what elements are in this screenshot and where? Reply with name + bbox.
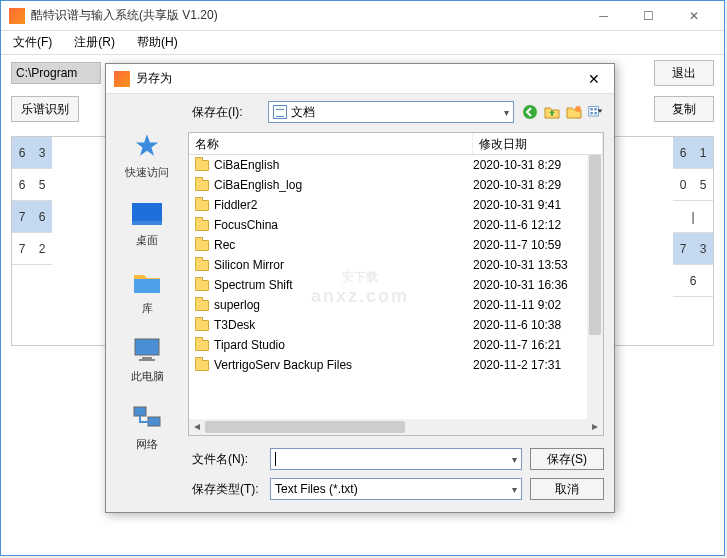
chevron-down-icon: ▾	[504, 107, 509, 118]
sidebar-desktop[interactable]: 桌面	[131, 198, 163, 248]
new-folder-icon[interactable]	[566, 104, 582, 120]
file-list[interactable]: 名称 修改日期 CiBaEnglish2020-10-31 8:29CiBaEn…	[188, 132, 604, 436]
folder-icon	[195, 340, 209, 351]
libraries-icon	[131, 266, 163, 298]
folder-icon	[195, 240, 209, 251]
file-name: Rec	[214, 238, 473, 252]
filetype-label: 保存类型(T):	[188, 481, 262, 498]
back-icon[interactable]	[522, 104, 538, 120]
desktop-icon	[131, 198, 163, 230]
horizontal-scrollbar[interactable]: ◂ ▸	[189, 419, 603, 435]
vertical-scrollbar[interactable]	[587, 155, 603, 419]
lookin-label: 保存在(I):	[188, 104, 260, 121]
file-date: 2020-11-6 10:38	[473, 318, 597, 332]
file-row[interactable]: CiBaEnglish2020-10-31 8:29	[189, 155, 603, 175]
folder-icon	[195, 160, 209, 171]
file-name: VertrigoServ Backup Files	[214, 358, 473, 372]
file-row[interactable]: Silicon Mirror2020-10-31 13:53	[189, 255, 603, 275]
svg-point-8	[575, 106, 581, 112]
file-date: 2020-10-31 13:53	[473, 258, 597, 272]
sidebar-quick-access[interactable]: 快速访问	[125, 130, 169, 180]
file-date: 2020-11-11 9:02	[473, 298, 597, 312]
file-name: Tipard Studio	[214, 338, 473, 352]
svg-rect-9	[589, 106, 599, 116]
svg-rect-4	[139, 359, 155, 361]
documents-icon	[273, 105, 287, 119]
main-titlebar: 酷特识谱与输入系统(共享版 V1.20) ─ ☐ ✕	[1, 1, 724, 31]
file-date: 2020-11-7 10:59	[473, 238, 597, 252]
file-row[interactable]: Tipard Studio2020-11-7 16:21	[189, 335, 603, 355]
svg-point-7	[523, 105, 537, 119]
file-name: CiBaEnglish	[214, 158, 473, 172]
dialog-close-button[interactable]: ✕	[582, 71, 606, 87]
save-button[interactable]: 保存(S)	[530, 448, 604, 470]
maximize-button[interactable]: ☐	[626, 1, 671, 31]
view-menu-icon[interactable]	[588, 104, 604, 120]
svg-rect-2	[135, 339, 159, 355]
svg-rect-1	[132, 221, 162, 225]
exit-button[interactable]: 退出	[654, 60, 714, 86]
file-row[interactable]: Rec2020-11-7 10:59	[189, 235, 603, 255]
column-date[interactable]: 修改日期	[473, 133, 603, 154]
folder-icon	[195, 320, 209, 331]
app-icon	[9, 8, 25, 24]
filename-label: 文件名(N):	[188, 451, 262, 468]
chevron-down-icon: ▾	[512, 454, 517, 465]
svg-rect-5	[134, 407, 146, 416]
svg-rect-10	[590, 108, 592, 110]
filetype-combo[interactable]: Text Files (*.txt)▾	[270, 478, 522, 500]
path-input[interactable]	[11, 62, 101, 84]
file-row[interactable]: VertrigoServ Backup Files2020-11-2 17:31	[189, 355, 603, 375]
minimize-button[interactable]: ─	[581, 1, 626, 31]
file-date: 2020-10-31 9:41	[473, 198, 597, 212]
menu-help[interactable]: 帮助(H)	[131, 32, 184, 53]
scroll-right-icon[interactable]: ▸	[587, 419, 603, 435]
file-date: 2020-11-2 17:31	[473, 358, 597, 372]
file-row[interactable]: Spectrum Shift2020-10-31 16:36	[189, 275, 603, 295]
star-icon	[131, 130, 163, 162]
file-row[interactable]: superlog2020-11-11 9:02	[189, 295, 603, 315]
file-name: T3Desk	[214, 318, 473, 332]
folder-icon	[195, 200, 209, 211]
dialog-app-icon	[114, 71, 130, 87]
svg-rect-12	[590, 112, 592, 114]
sidebar-network[interactable]: 网络	[131, 402, 163, 452]
filename-input[interactable]: ▾	[270, 448, 522, 470]
file-date: 2020-11-6 12:12	[473, 218, 597, 232]
folder-icon	[195, 220, 209, 231]
network-icon	[131, 402, 163, 434]
folder-icon	[195, 280, 209, 291]
dialog-titlebar: 另存为 ✕	[106, 64, 614, 94]
sidebar-libraries[interactable]: 库	[131, 266, 163, 316]
folder-icon	[195, 180, 209, 191]
cancel-button[interactable]: 取消	[530, 478, 604, 500]
up-folder-icon[interactable]	[544, 104, 560, 120]
file-row[interactable]: T3Desk2020-11-6 10:38	[189, 315, 603, 335]
close-button[interactable]: ✕	[671, 1, 716, 31]
file-name: superlog	[214, 298, 473, 312]
file-date: 2020-10-31 16:36	[473, 278, 597, 292]
folder-icon	[195, 300, 209, 311]
file-date: 2020-11-7 16:21	[473, 338, 597, 352]
lookin-value: 文档	[291, 104, 315, 121]
chevron-down-icon: ▾	[512, 484, 517, 495]
score-recognize-button[interactable]: 乐谱识别	[11, 96, 79, 122]
save-as-dialog: 另存为 ✕ 快速访问 桌面 库 此电脑 网络	[105, 63, 615, 513]
scroll-left-icon[interactable]: ◂	[189, 419, 205, 435]
copy-button[interactable]: 复制	[654, 96, 714, 122]
lookin-combo[interactable]: 文档 ▾	[268, 101, 514, 123]
file-name: CiBaEnglish_log	[214, 178, 473, 192]
file-date: 2020-10-31 8:29	[473, 158, 597, 172]
menu-register[interactable]: 注册(R)	[68, 32, 121, 53]
column-name[interactable]: 名称	[189, 133, 473, 154]
computer-icon	[131, 334, 163, 366]
file-row[interactable]: Fiddler22020-10-31 9:41	[189, 195, 603, 215]
sidebar-this-pc[interactable]: 此电脑	[131, 334, 164, 384]
svg-rect-13	[594, 112, 596, 114]
dialog-title: 另存为	[136, 70, 582, 87]
file-row[interactable]: FocusChina2020-11-6 12:12	[189, 215, 603, 235]
file-row[interactable]: CiBaEnglish_log2020-10-31 8:29	[189, 175, 603, 195]
main-menu: 文件(F) 注册(R) 帮助(H)	[1, 31, 724, 55]
menu-file[interactable]: 文件(F)	[7, 32, 58, 53]
svg-rect-11	[594, 108, 596, 110]
